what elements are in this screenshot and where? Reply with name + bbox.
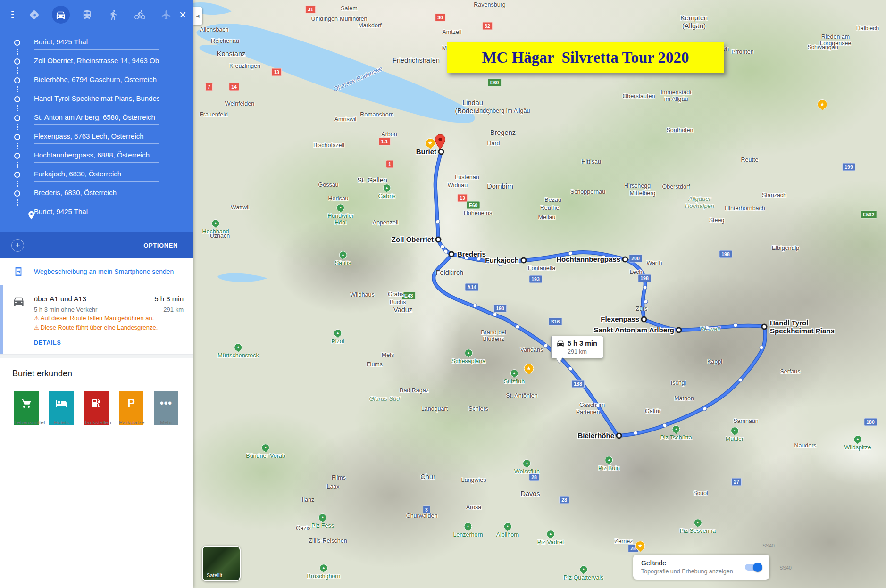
waypoint-input[interactable]: Hochtannbergpass, 6888, Österreich [34,150,159,163]
saved-place-star-icon[interactable]: ★ [426,138,435,148]
peak-marker: ▲ Alplihorn [496,522,519,538]
map-place-label: Landquart [421,406,448,412]
waypoint-connector-dots [17,142,18,149]
map-place-label: Galtür [645,408,661,414]
map-place-label: Uhldingen-Mühlhofen [311,16,368,22]
map-place-label: Langwies [461,477,486,483]
waypoint-input[interactable]: Furkajoch, 6830, Österreich [34,169,159,182]
map-place-label: Friedrichshafen [393,57,440,65]
waypoint-input[interactable]: Zoll Oberriet, Rheinstrasse 14, 9463 Ob [34,56,159,68]
close-directions-icon[interactable]: × [179,8,186,21]
waypoint-circle-icon [14,115,20,121]
car-icon [12,295,25,307]
terrain-toggle[interactable] [736,555,769,580]
walk-mode-icon[interactable] [105,6,123,24]
send-to-phone-link[interactable]: Wegbeschreibung an mein Smartphone sende… [34,268,174,275]
map-place-label: Konstanz [217,50,245,58]
route-via-dot [734,323,738,328]
route-waypoint-marker[interactable] [449,251,455,257]
menu-icon[interactable] [11,11,14,18]
map-place-label: Arbon [381,131,397,138]
options-button[interactable]: OPTIONEN [141,241,181,249]
saved-place-star-icon[interactable]: ★ [635,541,645,551]
map-place-label: Mittelberg [630,190,656,197]
explore-category-button[interactable]: P ••• Lebensmittel [14,391,39,425]
route-summary-card[interactable]: über A1 und A13 5 h 3 min 5 h 3 min ohne… [0,285,193,355]
waypoint-input[interactable]: Handl Tyrol Speckheimat Pians, Bundes [34,93,159,106]
satellite-layer-button[interactable]: Satellit [202,546,241,581]
waypoint-row[interactable]: Brederis, 6830, Österreich [0,188,193,207]
waypoint-input[interactable]: Flexenpass, 6763 Lech, Österreich [34,131,159,144]
mountain-pin-icon: ▲ [523,459,531,467]
waypoint-row[interactable]: Buriet, 9425 Thal [0,207,193,225]
waypoint-input[interactable]: Brederis, 6830, Österreich [34,188,159,200]
route-waypoint-marker[interactable] [641,316,647,323]
route-via-dot [643,286,647,290]
peak-marker: ▲ Piz Sesvenna [680,519,716,535]
car-icon [55,9,66,20]
toggle-knob [753,563,762,572]
category-circle-icon: P ••• [84,391,109,415]
best-route-icon[interactable]: ➜ [25,6,43,24]
explore-category-button[interactable]: P ••• Tankstellen [84,391,109,425]
waypoint-connector-dots [17,86,18,92]
waypoint-circle-icon [14,172,20,178]
road-shield: 190 [493,305,507,313]
waypoint-input[interactable]: Buriet, 9425 Thal [34,207,159,219]
route-waypoint-marker[interactable] [435,237,442,243]
waypoint-row[interactable]: Buriet, 9425 Thal [0,37,193,56]
route-waypoint-marker[interactable] [676,327,682,333]
map-place-label: Laax [326,483,339,490]
collapse-panel-icon[interactable]: ◀ [193,7,202,25]
waypoint-row[interactable]: Zoll Oberriet, Rheinstrasse 14, 9463 Ob [0,56,193,75]
car-mode-icon[interactable] [52,6,70,24]
map-place-label: Uznach [210,232,230,239]
map-canvas[interactable]: ◀ 313032714131.1113E60E60E43E532S16A1419… [193,0,886,588]
saved-place-star-icon[interactable]: ★ [524,364,534,373]
waypoint-row[interactable]: Flexenpass, 6763 Lech, Österreich [0,131,193,150]
category-label: Lebensmittel [14,420,39,425]
satellite-layer-label: Satellit [207,572,222,578]
route-waypoint-marker[interactable] [616,433,622,439]
waypoint-input[interactable]: Bielerhöhe, 6794 Gaschurn, Österreich [34,75,159,87]
map-place-label: Hohenems [464,210,492,216]
flight-mode-icon[interactable] [158,6,176,24]
map-place-label: Hard [487,140,500,147]
waypoint-circle-icon [14,134,20,140]
waypoint-row[interactable]: Hochtannbergpass, 6888, Österreich [0,150,193,169]
waypoint-row[interactable]: St. Anton am Arlberg, 6580, Österreich [0,112,193,131]
peak-label: Säntis [335,260,351,267]
explore-category-button[interactable]: P ••• Mehr [154,391,178,425]
route-via: über A1 und A13 [34,295,86,303]
send-to-phone-row[interactable]: Wegbeschreibung an mein Smartphone sende… [0,258,193,285]
waypoint-row[interactable]: Handl Tyrol Speckheimat Pians, Bundes [0,93,193,112]
map-place-label: Lindau (Bodensee) [455,99,491,115]
route-waypoint-marker[interactable] [761,324,768,330]
saved-place-star-icon[interactable]: ★ [818,99,827,109]
explore-category-button[interactable]: P ••• Hotels [49,391,74,425]
waypoint-row[interactable]: Bielerhöhe, 6794 Gaschurn, Österreich [0,75,193,93]
peak-label: Alplihorn [496,532,519,538]
explore-category-button[interactable]: P ••• Parkplätze [119,391,143,425]
route-waypoint-marker[interactable] [521,257,527,264]
add-destination-icon[interactable]: + [11,239,24,252]
category-circle-icon: P ••• [14,391,39,415]
map-place-label: Nauders [794,442,816,449]
bike-mode-icon[interactable] [131,6,149,24]
route-waypoint-marker[interactable] [622,257,628,263]
hotel-bed-icon [56,398,67,409]
waypoint-row[interactable]: Furkajoch, 6830, Österreich [0,169,193,188]
mountain-pin-icon: ▲ [383,184,391,192]
map-place-label: Partenen [576,409,600,415]
map-place-label: Flims [332,474,346,481]
transit-mode-icon[interactable] [78,6,96,24]
mountain-pin-icon: ▲ [730,427,738,435]
details-button[interactable]: DETAILS [34,340,61,346]
road-shield: 1.1 [379,138,391,146]
waypoint-input[interactable]: Buriet, 9425 Thal [34,37,159,50]
waypoint-input[interactable]: St. Anton am Arlberg, 6580, Österreich [34,112,159,125]
category-circle-icon: P ••• [119,391,143,415]
destination-red-pin-icon[interactable] [435,134,446,150]
category-circle-icon: P ••• [49,391,74,415]
category-label: Mehr [154,420,178,425]
